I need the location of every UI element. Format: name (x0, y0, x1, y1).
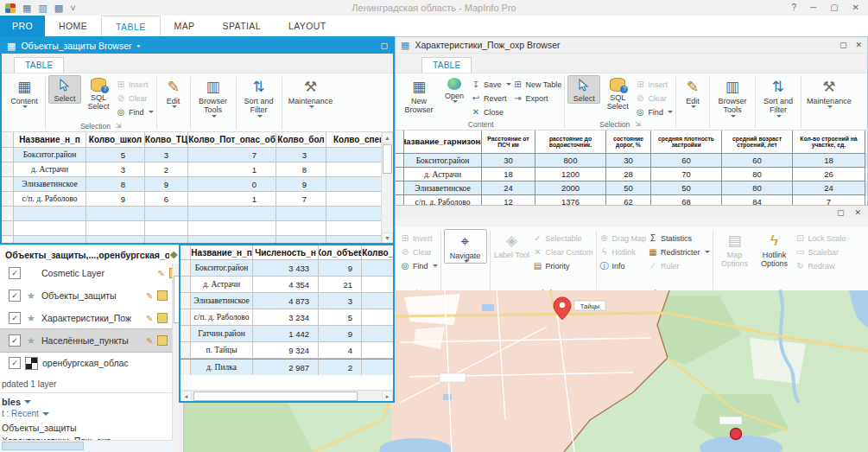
row-select-gutter[interactable] (2, 236, 14, 244)
close-table-button[interactable]: ✕Close (471, 106, 511, 118)
tab-pro[interactable]: PRO (0, 16, 45, 36)
map-marker-circle[interactable] (731, 429, 742, 440)
column-header[interactable]: Колво_спец_мед_уч (326, 132, 382, 148)
visibility-checkbox[interactable]: ✓ (9, 334, 21, 347)
visibility-checkbox[interactable]: ✓ (9, 267, 21, 279)
row-select-gutter[interactable] (2, 132, 14, 148)
column-header[interactable]: Название_н_п (14, 132, 86, 148)
new-browser-button[interactable]: ▦ New Browser (400, 75, 438, 115)
autolabel-icon[interactable] (157, 313, 168, 323)
column-header[interactable]: средняя плотность застройки (651, 131, 722, 154)
row-select-gutter[interactable] (2, 192, 14, 207)
redistricter-button[interactable]: ▦Redistricter (648, 246, 710, 258)
layers-horizontal-scrollbar[interactable] (0, 440, 174, 452)
table-row[interactable]: Элизаветинское89091 (2, 177, 382, 192)
edit-button[interactable]: ✎ Edit (679, 75, 706, 108)
help-button[interactable]: ? (792, 3, 797, 12)
row-select-gutter[interactable] (181, 360, 191, 375)
restore-button[interactable]: ▢ (830, 3, 838, 12)
export-button[interactable]: ⇥Export (513, 92, 562, 104)
row-select-gutter[interactable] (181, 342, 191, 359)
row-select-gutter[interactable] (2, 207, 14, 221)
table-row[interactable]: с/п. д. Раболово3 2345 (181, 309, 393, 326)
column-header[interactable]: Колво_пож_ (362, 245, 393, 260)
layers-panel-header[interactable]: Объекты_защиты,...,оренбургская_о ❖ (0, 246, 183, 262)
table-row[interactable]: Бокситог.район53733 (2, 148, 382, 162)
table-row[interactable]: с/п. д. Раболово96171 (2, 192, 382, 207)
browser2-titlebar[interactable]: ▦ Характеристики_Пож_охр Browser ▢ ✕ (396, 37, 867, 54)
browser1-table-tab[interactable]: TABLE (14, 57, 64, 73)
edit-button[interactable]: ✎ Edit (160, 75, 187, 108)
row-select-gutter[interactable] (181, 260, 191, 277)
table-row[interactable]: п. Тайцы9 3244 (181, 342, 393, 359)
layer-row-naselennye[interactable]: ✓ ★ Населённые_пункты ✎ ◎ (0, 329, 183, 352)
row-select-gutter[interactable] (181, 245, 191, 260)
column-header[interactable]: Колво_ТЦ (145, 132, 188, 148)
dialog-launcher-icon[interactable]: ⇲ (415, 289, 421, 290)
row-select-gutter[interactable] (396, 154, 404, 168)
content-button[interactable]: ▦ Content (6, 75, 42, 108)
row-select-gutter[interactable] (181, 309, 191, 326)
layer-row-harakteristiki[interactable]: ✓ ★ Характеристики_Пож ✎ ◎ (0, 307, 183, 329)
row-select-gutter[interactable] (2, 177, 14, 192)
layer-row-objekty[interactable]: ✓ ★ Объекты_защиты ✎ ◎ (0, 284, 183, 307)
sort-filter-button[interactable]: ⇅ Sort and Filter (758, 75, 798, 118)
tab-spatial[interactable]: SPATIAL (209, 16, 275, 36)
scroll-up-icon[interactable]: ▲ (382, 132, 393, 143)
save-button[interactable]: ↧Save (471, 79, 511, 90)
browser2-table-tab[interactable]: TABLE (421, 57, 472, 73)
autolabel-icon[interactable] (157, 335, 168, 346)
new-table-button[interactable]: ⊞New Table (513, 79, 562, 90)
close-button[interactable]: ✕ (852, 3, 859, 12)
column-header[interactable]: Расстояние от ПСЧ км (482, 131, 535, 154)
browser3-horizontal-scrollbar[interactable]: ◂ ▸ (181, 390, 393, 402)
tables-section-header[interactable]: bles (0, 393, 183, 408)
row-select-gutter[interactable] (2, 148, 14, 162)
statistics-button[interactable]: ΣStatistics (648, 232, 710, 244)
table-row[interactable]: д. Астрачи32180 (2, 162, 382, 177)
visibility-checkbox[interactable]: ✓ (9, 312, 21, 324)
table-row[interactable]: Бокситог.район3 4339 (181, 260, 393, 277)
editable-pencil-icon[interactable]: ✎ (158, 269, 165, 278)
navigate-button[interactable]: ⌖ Navigate (444, 229, 487, 264)
sql-select-button[interactable]: SQL Select (602, 75, 633, 111)
tab-layout[interactable]: LAYOUT (275, 16, 340, 36)
column-header[interactable]: Колво_бол (276, 132, 326, 148)
column-header[interactable]: Колво_школ (86, 132, 145, 148)
table-row[interactable]: д. Астрачи18120028708026 (396, 168, 867, 181)
column-header[interactable]: Название_гарнизона (404, 131, 482, 154)
dialog-launcher-icon[interactable]: ⇲ (116, 122, 122, 130)
column-header[interactable]: Кол-во строений на участке, ед. (793, 131, 865, 154)
browser-tools-button[interactable]: ▥ Browser Tools (713, 75, 752, 118)
editable-pencil-icon[interactable]: ✎ (146, 291, 153, 301)
browser1-restore-button[interactable]: ▢ (380, 41, 388, 50)
scroll-left-icon[interactable]: ◂ (181, 391, 192, 402)
table-row[interactable]: Элизаветинское24200050508024 (396, 181, 867, 195)
minimize-button[interactable]: ─ (810, 3, 816, 12)
scroll-down-icon[interactable]: ▼ (382, 232, 393, 244)
column-header[interactable]: расстояние до водоисточник. (535, 131, 606, 154)
table-row[interactable]: Элизаветинское4 8733 (181, 293, 393, 309)
browser1-titlebar[interactable]: ▦ Объекты_защиты Browser ● ▢ (2, 38, 393, 54)
scroll-right-icon[interactable]: ▸ (382, 391, 393, 402)
dialog-launcher-icon[interactable]: ⇲ (635, 120, 641, 128)
row-select-gutter[interactable] (396, 195, 404, 206)
table-row[interactable]: д. Пилка2 9872 (181, 359, 393, 375)
sort-filter-button[interactable]: ⇅ Sort and Filter (239, 75, 279, 118)
row-select-gutter[interactable] (181, 326, 191, 342)
hotlink-options-button[interactable]: ϟ Hotlink Options (756, 229, 794, 269)
map-close-button[interactable]: ✕ (854, 208, 861, 217)
tables-sort-control[interactable]: t : Recent (0, 408, 183, 421)
column-header[interactable]: Кол_объев (319, 245, 362, 260)
browser-tools-button[interactable]: ▥ Browser Tools (193, 75, 233, 118)
layer-row-orenburgskaya[interactable]: ✓ оренбургская_облас (0, 352, 183, 374)
table-row[interactable]: с/п. д. Раболово1213766268847 (396, 195, 867, 206)
maintenance-button[interactable]: ⚒ Maintenance (804, 75, 854, 108)
find-button[interactable]: ◎Find (116, 106, 154, 118)
tab-home[interactable]: HOME (45, 16, 101, 36)
sql-select-button[interactable]: SQL Select (83, 75, 114, 111)
table-row[interactable]: д. Астрачи4 35421 (181, 277, 393, 293)
revert-button[interactable]: ↩Revert (471, 92, 511, 104)
row-select-gutter[interactable] (2, 221, 14, 236)
tab-map[interactable]: MAP (161, 16, 209, 36)
